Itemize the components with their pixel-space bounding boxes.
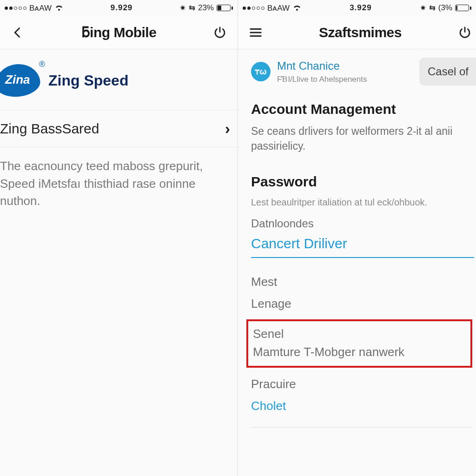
user-subtitle: FƁI/Llive to Ahelspenents [277, 74, 367, 84]
battery-pct: 23% [198, 3, 214, 13]
avatar[interactable]: ᴛω [251, 62, 271, 81]
page-title-right: Szaftsmimes [319, 25, 402, 40]
user-row: ᴛω Mnt Chanice FƁI/Llive to Ahelspenents… [251, 49, 476, 89]
right-screen: BᴀAW 3.929 ✷ ⇆ (3% Szaftsmimes [238, 0, 476, 476]
options-list: Mest Lenage Senel Mamture T-Mobger nanwe… [251, 271, 474, 428]
list-item-pracuire[interactable]: Pracuire [251, 373, 474, 395]
power-button[interactable] [211, 23, 229, 42]
chevron-right-icon: › [225, 119, 230, 138]
password-sub: Lest beaulritper italiation at tul eck/o… [251, 197, 476, 208]
alarm-icon: ✷ [179, 3, 186, 13]
network-icon: ⇆ [189, 3, 195, 13]
carrier-label: BᴀAW [267, 3, 290, 13]
alarm-icon: ✷ [420, 3, 426, 13]
wifi-icon [54, 4, 64, 12]
status-bar-left: BᴀAW 9.929 ✷ ⇆ 23% [0, 0, 238, 16]
carrier-label: BᴀAW [29, 3, 52, 13]
brand-row: Zina ® Zing Speed [0, 49, 238, 110]
wifi-icon [292, 4, 302, 12]
status-time: 9.929 [111, 3, 133, 13]
battery-icon [455, 5, 471, 11]
list-item-cholet[interactable]: Cholet [251, 395, 474, 417]
account-management-sub: Se ceans drlivers for welformers 2-it al… [251, 124, 476, 153]
power-button[interactable] [456, 23, 474, 42]
status-bar-right: BᴀAW 3.929 ✷ ⇆ (3% [238, 0, 476, 16]
description-text: The eacnouncy teed maboss grepurit, Spee… [0, 147, 238, 210]
network-icon: ⇆ [429, 3, 436, 13]
casel-chip[interactable]: Casel of [419, 58, 476, 86]
list-item-mamture[interactable]: Mamture T-Mobger nanwerk [253, 343, 466, 361]
password-heading: Password [251, 174, 476, 190]
left-screen: BᴀAW 9.929 ✷ ⇆ 23% ƃing Mobile [0, 0, 238, 476]
list-item-mest[interactable]: Mest [251, 271, 474, 293]
divider [251, 427, 472, 428]
menu-button[interactable] [246, 23, 265, 42]
battery-icon [217, 5, 233, 11]
password-field-label: Datnloondes [251, 217, 476, 230]
navbar-left: ƃing Mobile [0, 16, 238, 49]
navbar-right: Szaftsmimes [238, 16, 476, 49]
list-item-lenage[interactable]: Lenage [251, 293, 474, 315]
list-item-senel[interactable]: Senel [253, 325, 466, 343]
signal-dots-icon [243, 7, 264, 10]
brand-label: Zing Speed [48, 72, 128, 89]
zing-basssared-row[interactable]: Zing BassSared › [0, 110, 238, 147]
user-name[interactable]: Mnt Chanice [277, 60, 367, 73]
list-row-label: Zing BassSared [0, 121, 99, 137]
zina-logo: Zina ® [0, 62, 41, 99]
page-title-left: ƃing Mobile [81, 24, 157, 40]
password-field-value[interactable]: Cancert Driliver [251, 236, 474, 258]
account-management-heading: Account Management [251, 101, 476, 117]
status-time: 3.929 [350, 3, 372, 13]
battery-pct: (3% [438, 3, 452, 13]
signal-dots-icon [5, 7, 26, 10]
highlighted-option: Senel Mamture T-Mobger nanwerk [246, 319, 472, 368]
back-button[interactable] [8, 23, 27, 42]
registered-icon: ® [39, 60, 45, 69]
